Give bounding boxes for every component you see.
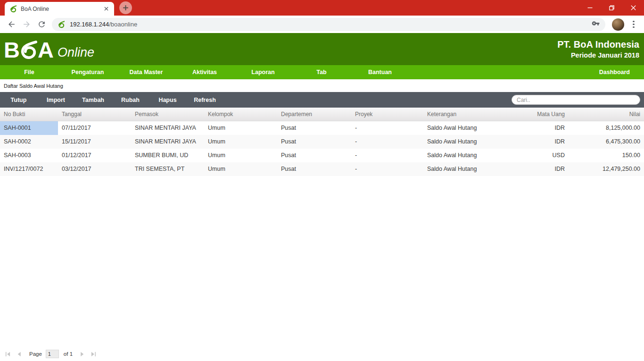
cell-nilai[interactable]: 6,475,300.00 — [569, 135, 644, 149]
page-of-label: of 1 — [64, 351, 73, 357]
cell-kelompok[interactable]: Umum — [204, 149, 277, 162]
app-header: B A Online PT. BoA Indonesia Periode Jan… — [0, 33, 644, 65]
next-page-button[interactable] — [78, 350, 86, 358]
menu-item-tab[interactable]: Tab — [292, 69, 351, 76]
cell-keterangan[interactable]: Saldo Awal Hutang — [423, 135, 510, 149]
cell-departemen[interactable]: Pusat — [277, 162, 351, 176]
hapus-button[interactable]: Hapus — [149, 97, 186, 103]
cell-proyek[interactable]: - — [351, 162, 423, 176]
table-row[interactable]: INV/1217/007203/12/2017TRI SEMESTA, PTUm… — [0, 162, 644, 176]
logo-suffix: Online — [58, 46, 94, 59]
column-header-proyek[interactable]: Proyek — [351, 108, 423, 121]
cell-departemen[interactable]: Pusat — [277, 149, 351, 162]
search-input[interactable] — [512, 95, 640, 105]
cell-no-bukti[interactable]: SAH-0001 — [0, 121, 58, 135]
cell-proyek[interactable]: - — [351, 135, 423, 149]
column-header-keterangan[interactable]: Keterangan — [423, 108, 510, 121]
cell-no-bukti[interactable]: SAH-0003 — [0, 149, 58, 162]
cell-no-bukti[interactable]: SAH-0002 — [0, 135, 58, 149]
menu-item-dashboard[interactable]: Dashboard — [599, 69, 644, 76]
window-restore-button[interactable] — [601, 0, 622, 16]
menu-item-file[interactable]: File — [0, 69, 58, 76]
cell-keterangan[interactable]: Saldo Awal Hutang — [423, 121, 510, 135]
column-header-mata-uang[interactable]: Mata Uang — [510, 108, 569, 121]
cell-mata-uang[interactable]: USD — [510, 149, 569, 162]
cell-mata-uang[interactable]: IDR — [510, 135, 569, 149]
cell-pemasok[interactable]: SUMBER BUMI, UD — [131, 149, 204, 162]
browser-tab[interactable]: BoA Online — [5, 2, 114, 16]
column-header-departemen[interactable]: Departemen — [277, 108, 351, 121]
browser-menu-icon[interactable] — [629, 18, 638, 31]
column-header-kelompok[interactable]: Kelompok — [204, 108, 277, 121]
menu-bar-items: FilePengaturanData MasterAktivitasLapora… — [0, 69, 409, 76]
forward-button[interactable] — [19, 17, 34, 32]
refresh-button[interactable] — [34, 17, 49, 32]
cell-kelompok[interactable]: Umum — [204, 162, 277, 176]
cell-departemen[interactable]: Pusat — [277, 135, 351, 149]
tab-close-icon[interactable] — [102, 5, 110, 13]
cell-proyek[interactable]: - — [351, 121, 423, 135]
menu-bar: FilePengaturanData MasterAktivitasLapora… — [0, 65, 644, 79]
window-minimize-button[interactable] — [579, 0, 601, 16]
cell-tanggal[interactable]: 01/12/2017 — [58, 149, 131, 162]
cell-nilai[interactable]: 8,125,000.00 — [569, 121, 644, 135]
cell-kelompok[interactable]: Umum — [204, 135, 277, 149]
window-close-button[interactable] — [622, 0, 644, 16]
menu-item-pengaturan[interactable]: Pengaturan — [58, 69, 117, 76]
column-header-nilai[interactable]: Nilai — [569, 108, 644, 121]
cell-nilai[interactable]: 150.00 — [569, 149, 644, 162]
table-row[interactable]: SAH-000215/11/2017SINAR MENTARI JAYAUmum… — [0, 135, 644, 149]
refresh-button[interactable]: Refresh — [186, 97, 223, 103]
table-row[interactable]: SAH-000301/12/2017SUMBER BUMI, UDUmumPus… — [0, 149, 644, 162]
cell-tanggal[interactable]: 03/12/2017 — [58, 162, 131, 176]
column-header-pemasok[interactable]: Pemasok — [131, 108, 204, 121]
url-text: 192.168.1.244/boaonline — [70, 21, 137, 28]
rubah-button[interactable]: Rubah — [112, 97, 149, 103]
profile-avatar[interactable] — [612, 18, 624, 31]
action-toolbar: TutupImportTambahRubahHapusRefresh — [0, 92, 644, 108]
toolbar-buttons: TutupImportTambahRubahHapusRefresh — [0, 97, 223, 103]
cell-pemasok[interactable]: SINAR MENTARI JAYA — [131, 121, 204, 135]
cell-nilai[interactable]: 12,479,250.00 — [569, 162, 644, 176]
page-number-input[interactable] — [46, 350, 59, 358]
cell-tanggal[interactable]: 15/11/2017 — [58, 135, 131, 149]
menu-item-laporan[interactable]: Laporan — [234, 69, 292, 76]
cell-tanggal[interactable]: 07/11/2017 — [58, 121, 131, 135]
table-body: SAH-000107/11/2017SINAR MENTARI JAYAUmum… — [0, 121, 644, 176]
cell-proyek[interactable]: - — [351, 149, 423, 162]
cell-pemasok[interactable]: TRI SEMESTA, PT — [131, 162, 204, 176]
previous-page-button[interactable] — [15, 350, 23, 358]
tab-title: BoA Online — [21, 6, 102, 12]
column-header-no-bukti[interactable]: No Bukti — [0, 108, 58, 121]
first-page-button[interactable] — [4, 350, 11, 358]
table-empty-area — [0, 176, 644, 347]
logo-letter-b: B — [4, 41, 19, 59]
tutup-button[interactable]: Tutup — [0, 97, 37, 103]
import-button[interactable]: Import — [37, 97, 74, 103]
app-logo: B A Online — [4, 39, 94, 59]
cell-mata-uang[interactable]: IDR — [510, 162, 569, 176]
menu-item-data-master[interactable]: Data Master — [117, 69, 175, 76]
cell-kelompok[interactable]: Umum — [204, 121, 277, 135]
cell-keterangan[interactable]: Saldo Awal Hutang — [423, 162, 510, 176]
url-path: /boaonline — [109, 21, 137, 28]
cell-no-bukti[interactable]: INV/1217/0072 — [0, 162, 58, 176]
menu-item-bantuan[interactable]: Bantuan — [351, 69, 409, 76]
url-host: 192.168.1.244 — [70, 21, 109, 28]
browser-titlebar: BoA Online — [0, 0, 644, 16]
address-bar[interactable]: 192.168.1.244/boaonline — [52, 18, 605, 31]
cell-departemen[interactable]: Pusat — [277, 121, 351, 135]
cell-mata-uang[interactable]: IDR — [510, 121, 569, 135]
password-key-icon[interactable] — [592, 19, 600, 29]
tambah-button[interactable]: Tambah — [74, 97, 112, 103]
back-button[interactable] — [4, 17, 19, 32]
cell-keterangan[interactable]: Saldo Awal Hutang — [423, 149, 510, 162]
table-row[interactable]: SAH-000107/11/2017SINAR MENTARI JAYAUmum… — [0, 121, 644, 135]
column-header-tanggal[interactable]: Tanggal — [58, 108, 131, 121]
page-label: Page — [29, 351, 42, 357]
menu-item-aktivitas[interactable]: Aktivitas — [175, 69, 234, 76]
new-tab-button[interactable] — [119, 1, 132, 14]
last-page-button[interactable] — [90, 350, 97, 358]
site-icon — [58, 21, 65, 28]
cell-pemasok[interactable]: SINAR MENTARI JAYA — [131, 135, 204, 149]
